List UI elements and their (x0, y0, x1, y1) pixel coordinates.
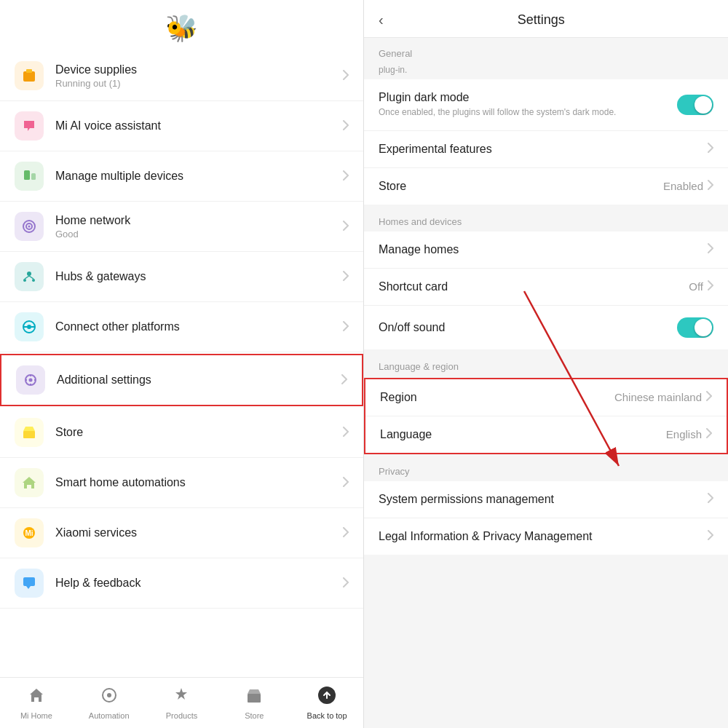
menu-item-device-supplies[interactable]: Device suppliesRunning out (1) (0, 51, 363, 101)
svg-line-11 (29, 276, 33, 279)
svg-rect-2 (24, 170, 30, 180)
chevron-right-icon (343, 527, 349, 539)
settings-item-title-region: Region (380, 391, 614, 404)
menu-item-text-xiaomi-services: Xiaomi services (55, 526, 343, 539)
nav-item-products[interactable]: Products (146, 687, 218, 720)
settings-item-experimental-features[interactable]: Experimental features (364, 131, 728, 168)
menu-item-home-network[interactable]: Home networkGood (0, 202, 363, 252)
settings-content: Generalplug-in.Plugin dark modeOnce enab… (364, 38, 728, 728)
menu-item-icon-help-feedback (15, 569, 44, 598)
section-label-homes-devices-section: Homes and devices (364, 206, 728, 232)
menu-item-store[interactable]: Store (0, 408, 363, 458)
settings-item-main-language: Language (380, 428, 666, 441)
nav-label-store: Store (245, 711, 264, 720)
nav-item-back-to-top[interactable]: Back to top (290, 687, 363, 720)
settings-item-main-manage-homes: Manage homes (379, 243, 708, 256)
back-button[interactable]: ‹ (379, 12, 384, 28)
toggle-knob-plugin-dark-mode (695, 96, 712, 114)
mi-home-icon (28, 687, 45, 708)
nav-label-back-to-top: Back to top (307, 711, 347, 720)
store-icon (245, 687, 263, 708)
menu-item-icon-additional-settings (16, 365, 45, 395)
chevron-right-icon (343, 70, 349, 82)
left-panel: 🐝 Device suppliesRunning out (1)Mi AI vo… (0, 0, 364, 728)
toggle-on-off-sound[interactable] (677, 317, 713, 338)
settings-item-main-legal-privacy: Legal Information & Privacy Management (379, 530, 708, 543)
settings-item-on-off-sound[interactable]: On/off sound (364, 306, 728, 349)
menu-item-additional-settings[interactable]: Additional settings (0, 354, 363, 406)
nav-item-mi-home[interactable]: Mi Home (0, 687, 73, 720)
settings-header: ‹ Settings (364, 0, 728, 38)
menu-item-title-connect-platforms: Connect other platforms (55, 320, 343, 333)
menu-item-icon-smart-home (15, 468, 44, 497)
svg-rect-1 (26, 69, 32, 73)
menu-item-title-device-supplies: Device supplies (55, 63, 343, 76)
menu-item-icon-manage-devices (15, 162, 44, 191)
settings-group-privacy-section: System permissions managementLegal Infor… (364, 481, 728, 555)
menu-item-title-mi-ai: Mi AI voice assistant (55, 119, 343, 132)
menu-item-text-mi-ai: Mi AI voice assistant (55, 119, 343, 132)
menu-item-help-feedback[interactable]: Help & feedback (0, 558, 363, 609)
chevron-right-icon (708, 180, 713, 192)
menu-item-icon-mi-ai (15, 111, 44, 141)
nav-item-automation[interactable]: Automation (73, 687, 146, 720)
settings-item-title-system-permissions: System permissions management (379, 493, 708, 506)
menu-item-title-hubs-gateways: Hubs & gateways (55, 270, 343, 283)
page-title: Settings (391, 12, 692, 28)
settings-item-manage-homes[interactable]: Manage homes (364, 232, 728, 269)
menu-item-manage-devices[interactable]: Manage multiple devices (0, 151, 363, 202)
nav-label-products: Products (166, 711, 197, 720)
chevron-right-icon (706, 428, 712, 440)
settings-item-plugin-dark-mode[interactable]: Plugin dark modeOnce enabled, the plugin… (364, 79, 728, 131)
settings-item-title-manage-homes: Manage homes (379, 243, 708, 256)
chevron-right-icon (343, 120, 349, 132)
menu-item-connect-platforms[interactable]: Connect other platforms (0, 302, 363, 352)
settings-item-legal-privacy[interactable]: Legal Information & Privacy Management (364, 518, 728, 555)
settings-item-shortcut-card[interactable]: Shortcut cardOff (364, 269, 728, 306)
chevron-right-icon (343, 170, 349, 183)
menu-item-mi-ai[interactable]: Mi AI voice assistant (0, 101, 363, 151)
settings-item-title-legal-privacy: Legal Information & Privacy Management (379, 530, 708, 543)
settings-item-main-plugin-dark-mode: Plugin dark modeOnce enabled, the plugin… (379, 91, 677, 119)
menu-item-title-help-feedback: Help & feedback (55, 577, 343, 590)
back-to-top-icon (318, 687, 336, 708)
menu-item-subtitle-device-supplies: Running out (1) (55, 78, 343, 89)
menu-item-text-connect-platforms: Connect other platforms (55, 320, 343, 333)
settings-item-language[interactable]: LanguageEnglish (365, 416, 727, 453)
settings-item-desc-plugin-dark-mode: Once enabled, the plugins will follow th… (379, 106, 677, 119)
chevron-right-icon (343, 321, 349, 333)
settings-item-region[interactable]: RegionChinese mainland (365, 379, 727, 416)
right-panel: ‹ Settings Generalplug-in.Plugin dark mo… (364, 0, 728, 728)
chevron-right-icon (708, 143, 713, 155)
automation-icon (100, 687, 118, 708)
toggle-knob-on-off-sound (695, 319, 712, 336)
settings-item-title-experimental-features: Experimental features (379, 143, 708, 156)
settings-item-system-permissions[interactable]: System permissions management (364, 481, 728, 518)
settings-item-store[interactable]: StoreEnabled (364, 168, 728, 205)
chevron-right-icon (708, 493, 713, 505)
svg-point-7 (27, 272, 31, 276)
svg-point-13 (27, 325, 31, 329)
menu-item-icon-store (15, 418, 44, 447)
chevron-right-icon (708, 530, 713, 542)
menu-item-xiaomi-services[interactable]: MiXiaomi services (0, 508, 363, 558)
menu-item-title-home-network: Home network (55, 214, 343, 227)
settings-item-value-store: Enabled (663, 180, 703, 192)
svg-rect-3 (31, 173, 36, 180)
menu-item-title-store: Store (55, 426, 343, 439)
nav-item-store[interactable]: Store (218, 687, 290, 720)
settings-group-homes-devices-section: Manage homesShortcut cardOffOn/off sound (364, 232, 728, 349)
menu-item-icon-device-supplies (15, 61, 44, 90)
products-icon (173, 687, 190, 708)
settings-group-language-region-section: RegionChinese mainlandLanguageEnglish (364, 378, 728, 454)
menu-item-smart-home[interactable]: Smart home automations (0, 458, 363, 508)
menu-item-subtitle-home-network: Good (55, 229, 343, 240)
menu-item-hubs-gateways[interactable]: Hubs & gateways (0, 252, 363, 302)
toggle-plugin-dark-mode[interactable] (677, 95, 713, 115)
bottom-nav: Mi HomeAutomationProductsStoreBack to to… (0, 677, 363, 728)
section-sub-label: plug-in. (364, 63, 728, 79)
menu-item-text-manage-devices: Manage multiple devices (55, 170, 343, 183)
svg-point-17 (29, 379, 33, 382)
settings-group-general-section: Plugin dark modeOnce enabled, the plugin… (364, 79, 728, 205)
settings-item-main-experimental-features: Experimental features (379, 143, 708, 156)
